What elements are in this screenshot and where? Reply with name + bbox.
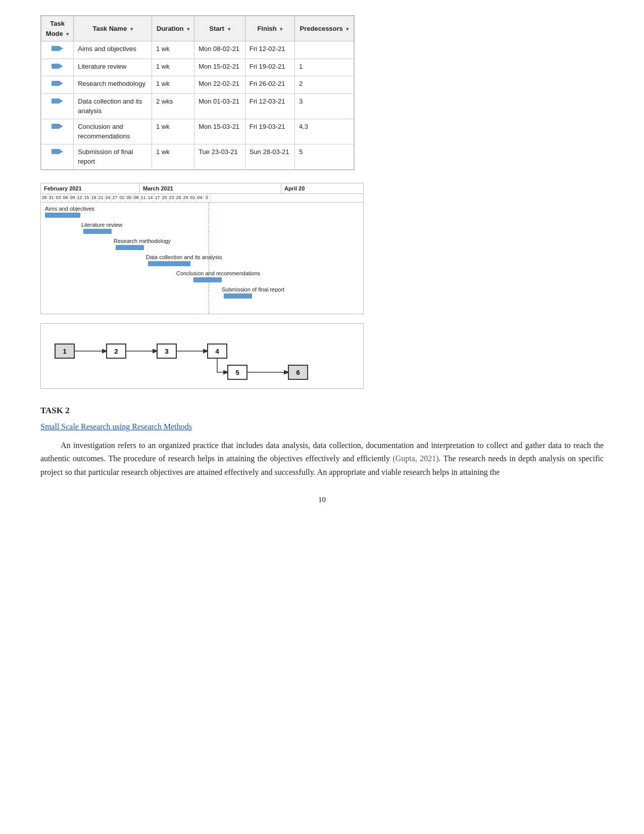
gantt-label-5: Conclusion and recommendations [176, 269, 260, 278]
task2-heading: TASK 2 [40, 404, 604, 417]
page-number: 10 [40, 494, 604, 506]
gantt-day-cell: 02 [119, 194, 126, 202]
svg-rect-6 [52, 99, 60, 104]
task-mode-cell [41, 59, 74, 76]
gantt-bar-3 [116, 245, 144, 250]
task-predecessors-cell: 2 [295, 76, 354, 94]
gantt-label-6: Submission of final report [222, 285, 284, 294]
gantt-day-cell: 12 [76, 194, 83, 202]
task-duration-cell: 2 wks [152, 93, 194, 119]
gantt-day-cell: 15 [83, 194, 90, 202]
svg-marker-1 [60, 46, 63, 51]
col-header-duration[interactable]: Duration ▾ [152, 16, 194, 41]
task-table: TaskMode ▾ Task Name ▾ Duration ▾ Start … [41, 16, 354, 170]
task-mode-cell [41, 76, 74, 94]
gantt-label-3: Research methodology [114, 237, 171, 246]
table-row: Aims and objectives1 wkMon 08-02-21Fri 1… [41, 41, 354, 59]
task-duration-cell: 1 wk [152, 41, 194, 59]
svg-text:1: 1 [63, 348, 66, 355]
task-name-cell: Data collection and itsanalysis [74, 93, 152, 119]
gantt-label-4: Data collection and its analysis [146, 253, 222, 262]
task-mode-icon [52, 62, 64, 71]
task-finish-cell: Sun 28-03-21 [245, 144, 294, 169]
col-header-mode[interactable]: TaskMode ▾ [41, 16, 74, 41]
gantt-day-cell: 27 [112, 194, 119, 202]
task2-link[interactable]: Small Scale Research using Research Meth… [40, 421, 604, 433]
task-finish-cell: Fri 12-02-21 [245, 41, 294, 59]
gantt-bar-1 [45, 213, 80, 218]
task-predecessors-cell: 5 [295, 144, 354, 169]
table-row: Conclusion andrecommendations1 wkMon 15-… [41, 119, 354, 144]
task-mode-cell [41, 41, 74, 59]
task-start-cell: Mon 01-03-21 [194, 93, 245, 119]
gantt-day-cell: 06 [62, 194, 69, 202]
gantt-day-headers: 2831030609121518212427020508111417202326… [41, 194, 363, 203]
svg-text:6: 6 [296, 369, 300, 376]
gantt-row-4: Data collection and its analysis [41, 251, 363, 267]
gantt-label-2: Literature review [81, 221, 122, 229]
task-duration-cell: 1 wk [152, 119, 194, 144]
svg-text:2: 2 [114, 348, 118, 355]
gantt-row-6: Submission of final report [41, 283, 363, 300]
task-start-cell: Mon 22-02-21 [194, 76, 245, 94]
gantt-bar-4 [148, 261, 190, 266]
svg-marker-11 [60, 150, 63, 154]
gantt-day-cell: 05 [126, 194, 133, 202]
task-name-cell: Conclusion andrecommendations [74, 119, 152, 144]
gantt-day-cell: 11 [140, 194, 147, 202]
task-start-cell: Tue 23-03-21 [194, 144, 245, 169]
gantt-row-1: Aims and objectives [41, 203, 363, 219]
gantt-chart: February 2021 March 2021 April 20 283103… [40, 183, 364, 314]
gantt-day-cell: 03 [55, 194, 62, 202]
svg-rect-0 [52, 46, 60, 51]
task-finish-cell: Fri 26-02-21 [245, 76, 294, 94]
task-finish-cell: Fri 19-02-21 [245, 59, 294, 76]
gantt-row-2: Literature review [41, 219, 363, 235]
gantt-day-cell: 08 [133, 194, 140, 202]
svg-rect-4 [52, 81, 60, 86]
task-mode-icon [52, 147, 64, 156]
gantt-day-cell: 31 [48, 194, 55, 202]
task-mode-cell [41, 119, 74, 144]
gantt-day-cell: 01 [189, 194, 196, 202]
task-predecessors-cell: 1 [295, 59, 354, 76]
gantt-day-cell: 09 [69, 194, 76, 202]
gantt-day-cell: 23 [168, 194, 175, 202]
task-mode-icon [52, 122, 64, 131]
svg-text:4: 4 [215, 348, 219, 355]
task-duration-cell: 1 wk [152, 76, 194, 94]
gantt-month-headers: February 2021 March 2021 April 20 [41, 183, 363, 194]
gantt-row-5: Conclusion and recommendations [41, 267, 363, 283]
task-duration-cell: 1 wk [152, 144, 194, 169]
svg-marker-9 [60, 124, 63, 128]
svg-text:3: 3 [165, 348, 168, 355]
gantt-day-cell: 26 [175, 194, 182, 202]
col-header-start[interactable]: Start ▾ [194, 16, 245, 41]
task-start-cell: Mon 08-02-21 [194, 41, 245, 59]
gantt-day-cell: 18 [90, 194, 97, 202]
table-row: Literature review1 wkMon 15-02-21Fri 19-… [41, 59, 354, 76]
gantt-day-cell: 0 [204, 194, 211, 202]
svg-rect-2 [52, 64, 60, 69]
task-start-cell: Mon 15-02-21 [194, 59, 245, 76]
task-predecessors-cell: 4,3 [295, 119, 354, 144]
task-duration-cell: 1 wk [152, 59, 194, 76]
gantt-month-mar: March 2021 [140, 183, 281, 194]
gantt-bar-6 [224, 293, 252, 299]
col-header-finish[interactable]: Finish ▾ [245, 16, 294, 41]
svg-marker-3 [60, 64, 63, 68]
task-finish-cell: Fri 12-03-21 [245, 93, 294, 119]
gantt-day-cell: 04 [196, 194, 204, 202]
col-header-predecessors[interactable]: Predecessors ▾ [295, 16, 354, 41]
task-mode-icon [52, 96, 64, 106]
task-mode-icon [52, 79, 64, 88]
task2-section: TASK 2 Small Scale Research using Resear… [40, 404, 604, 479]
gantt-bar-5 [193, 277, 222, 282]
task-finish-cell: Fri 19-03-21 [245, 119, 294, 144]
task-predecessors-cell: 3 [295, 93, 354, 119]
table-row: Research methodology1 wkMon 22-02-21Fri … [41, 76, 354, 94]
task-table-wrapper: TaskMode ▾ Task Name ▾ Duration ▾ Start … [40, 15, 355, 170]
task2-paragraph: An investigation refers to an organized … [40, 439, 604, 479]
col-header-name[interactable]: Task Name ▾ [74, 16, 152, 41]
gantt-body: Aims and objectives Literature review Re… [41, 203, 363, 314]
